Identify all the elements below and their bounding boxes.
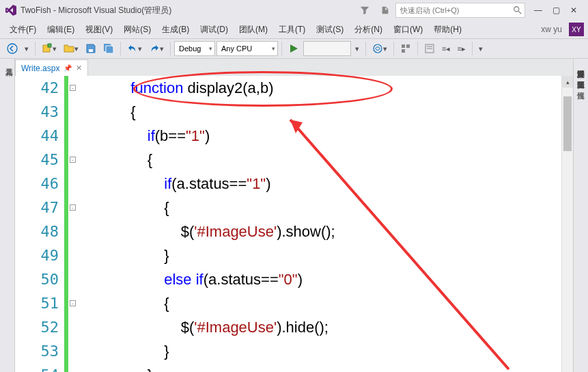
comment-button[interactable]: ▾	[476, 43, 486, 55]
line-number: 42	[15, 76, 59, 100]
menu-team[interactable]: 团队(M)	[234, 22, 273, 38]
notification-icon[interactable]	[380, 5, 390, 15]
solution-explorer-tab[interactable]: 解决方案资源管理器	[575, 62, 587, 67]
user-badge[interactable]: XY	[569, 23, 584, 36]
code-line[interactable]: if(a.status=="1")	[81, 172, 561, 196]
code-line[interactable]: }	[81, 339, 561, 363]
fold-toggle[interactable]: -	[70, 300, 76, 306]
line-number: 44	[15, 124, 59, 148]
tab-write-aspx[interactable]: Write.aspx 📌 ✕	[15, 59, 88, 76]
code-line[interactable]: if(b=="1")	[81, 124, 561, 148]
open-button[interactable]: ▾	[61, 42, 81, 55]
nav-back-button[interactable]	[4, 42, 20, 55]
code-line[interactable]: {	[81, 291, 561, 315]
fold-toggle[interactable]: -	[70, 157, 76, 163]
maximize-button[interactable]: ▢	[547, 3, 565, 18]
menu-test[interactable]: 测试(S)	[311, 22, 349, 38]
pin-icon[interactable]: 📌	[64, 64, 72, 72]
toolbar: ▾ ▾ ▾ ▾ ▾ Debug Any CPU ▾ ▾ ≡◂ ≡▸ ▾	[0, 38, 588, 59]
window-title: TwoFish - Microsoft Visual Studio(管理员)	[20, 5, 171, 16]
save-all-button[interactable]	[100, 42, 117, 55]
new-project-button[interactable]: ▾	[39, 42, 59, 55]
fold-toggle[interactable]: -	[70, 85, 76, 91]
code-line[interactable]: }	[81, 363, 561, 372]
code-line[interactable]: function display2(a,b)	[81, 76, 561, 100]
menu-window[interactable]: 窗口(W)	[388, 22, 428, 38]
scroll-thumb[interactable]	[563, 96, 572, 151]
tab-label: Write.aspx	[21, 64, 59, 73]
toolbox-rail[interactable]: 工具箱	[0, 59, 15, 372]
start-debug-button[interactable]	[285, 42, 302, 55]
svg-rect-8	[406, 44, 410, 48]
code-line[interactable]: {	[81, 100, 561, 124]
fold-toggle[interactable]: -	[70, 204, 76, 211]
start-split-dropdown[interactable]: ▾	[352, 43, 362, 55]
line-number: 50	[15, 267, 59, 291]
menu-build[interactable]: 生成(B)	[156, 22, 195, 38]
code-line[interactable]: {	[81, 148, 561, 172]
menu-help[interactable]: 帮助(H)	[428, 22, 467, 38]
indent-more-button[interactable]: ≡▸	[454, 43, 468, 55]
line-gutter: 42434445464748495051525354	[15, 76, 64, 372]
line-number: 49	[15, 243, 59, 267]
line-number: 51	[15, 291, 59, 315]
svg-point-0	[514, 7, 519, 12]
undo-button[interactable]: ▾	[124, 42, 145, 55]
minimize-button[interactable]: —	[529, 3, 547, 18]
editor-area: Write.aspx 📌 ✕ 4243444546474849505152535…	[15, 59, 573, 372]
fold-gutter: ----	[68, 76, 78, 372]
code-line[interactable]: }	[81, 243, 561, 267]
scroll-up-icon[interactable]: ▴	[562, 76, 573, 88]
line-number: 52	[15, 315, 59, 339]
right-rail: 解决方案资源管理器 团队资源管理器 属性	[573, 59, 588, 372]
user-name[interactable]: xw yu	[537, 23, 566, 36]
code-editor[interactable]: 42434445464748495051525354 ---- function…	[15, 76, 573, 372]
line-number: 43	[15, 100, 59, 124]
svg-line-1	[518, 11, 521, 14]
platform-dropdown[interactable]: Any CPU	[216, 41, 278, 56]
search-icon	[513, 5, 522, 15]
code-line[interactable]: $('#ImageUse').hide();	[81, 315, 561, 339]
menu-debug[interactable]: 调试(D)	[195, 22, 234, 38]
properties-tab[interactable]: 属性	[575, 83, 587, 89]
svg-rect-7	[402, 44, 405, 48]
menu-analyze[interactable]: 分析(N)	[349, 22, 388, 38]
svg-point-2	[8, 44, 17, 53]
vs-logo-icon	[5, 5, 16, 16]
line-number: 54	[15, 363, 59, 372]
svg-point-6	[374, 44, 382, 53]
start-target-dropdown[interactable]	[303, 41, 351, 56]
menu-edit[interactable]: 编辑(E)	[42, 22, 80, 38]
code-line[interactable]: else if(a.status=="0")	[81, 267, 561, 291]
extensions-button[interactable]	[397, 42, 414, 55]
svg-rect-5	[89, 49, 93, 52]
line-number: 48	[15, 220, 59, 243]
menubar: 文件(F) 编辑(E) 视图(V) 网站(S) 生成(B) 调试(D) 团队(M…	[0, 21, 588, 38]
menu-file[interactable]: 文件(F)	[4, 22, 42, 38]
search-input[interactable]	[395, 3, 525, 18]
config-dropdown[interactable]: Debug	[174, 41, 215, 56]
save-button[interactable]	[83, 42, 99, 55]
filter-icon[interactable]	[360, 5, 369, 15]
menu-website[interactable]: 网站(S)	[118, 22, 156, 38]
titlebar: TwoFish - Microsoft Visual Studio(管理员) —…	[0, 0, 588, 21]
vertical-scrollbar[interactable]: ▴	[561, 76, 573, 372]
code-line[interactable]: $('#ImageUse').show();	[81, 220, 561, 243]
tab-close-icon[interactable]: ✕	[76, 64, 82, 72]
menu-view[interactable]: 视图(V)	[80, 22, 118, 38]
team-explorer-tab[interactable]: 团队资源管理器	[575, 72, 587, 78]
quick-launch[interactable]	[395, 3, 525, 18]
code-line[interactable]: {	[81, 196, 561, 220]
menu-tools[interactable]: 工具(T)	[273, 22, 311, 38]
tab-strip: Write.aspx 📌 ✕	[15, 59, 573, 76]
redo-button[interactable]: ▾	[146, 42, 167, 55]
code-content[interactable]: function display2(a,b) { if(b=="1") { if…	[78, 76, 561, 372]
line-number: 53	[15, 339, 59, 363]
indent-less-button[interactable]: ≡◂	[439, 43, 453, 55]
svg-rect-4	[48, 44, 51, 47]
line-number: 47	[15, 196, 59, 220]
doc-outline-button[interactable]	[421, 42, 438, 55]
browser-link-button[interactable]: ▾	[369, 42, 390, 55]
nav-fwd-button[interactable]: ▾	[22, 43, 31, 55]
close-button[interactable]: ✕	[565, 3, 583, 18]
